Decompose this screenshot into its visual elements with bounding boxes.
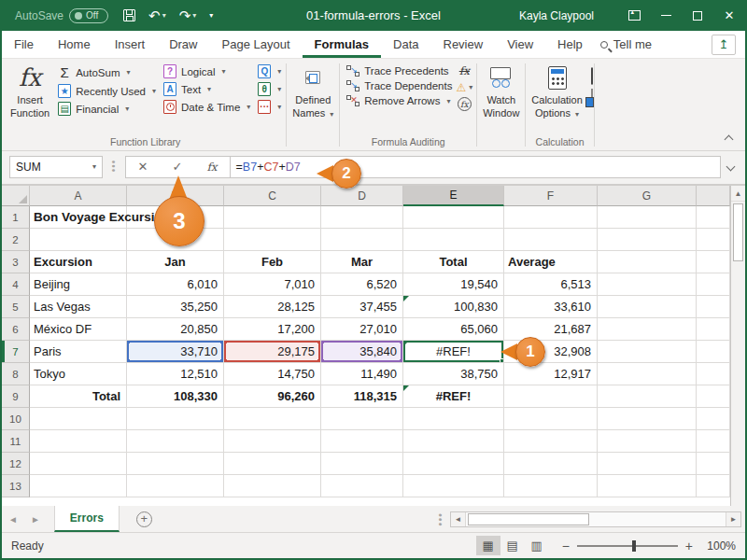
cell-partial-3[interactable] — [697, 251, 730, 273]
zoom-slider[interactable] — [577, 545, 678, 547]
cell-partial-1[interactable] — [697, 206, 730, 229]
page-layout-view-button[interactable]: ▤ — [500, 536, 525, 555]
name-box[interactable]: SUM ▾ — [9, 156, 103, 178]
defined-names-button[interactable]: DefinedNames ▾ — [288, 60, 338, 120]
cell-D10[interactable] — [321, 408, 403, 430]
row-header-12[interactable]: 12 — [2, 453, 30, 475]
logical-button[interactable]: ?Logical▾ — [163, 64, 250, 78]
minimize-button[interactable] — [650, 0, 682, 31]
horizontal-scrollbar[interactable]: ◄ ► — [450, 511, 741, 527]
zoom-in-button[interactable]: + — [685, 539, 693, 553]
cell-D8[interactable]: 11,490 — [321, 363, 403, 385]
date-time-button[interactable]: Date & Time▾ — [163, 100, 250, 114]
cell-B13[interactable] — [127, 475, 224, 497]
cell-F3[interactable]: Average — [504, 251, 598, 273]
cell-D3[interactable]: Mar — [321, 251, 403, 273]
cell-C11[interactable] — [224, 430, 321, 453]
cell-G12[interactable] — [598, 453, 697, 475]
cell-D6[interactable]: 27,010 — [321, 318, 403, 341]
cell-B4[interactable]: 6,010 — [127, 273, 224, 296]
cell-A3[interactable]: Excursion — [30, 251, 127, 273]
cell-D2[interactable] — [321, 229, 403, 251]
row-header-5[interactable]: 5 — [2, 296, 30, 318]
remove-arrows-button[interactable]: ✕Remove Arrows▾ — [346, 95, 452, 106]
cell-E2[interactable] — [403, 229, 504, 251]
cell-G10[interactable] — [598, 408, 697, 430]
cell-F9[interactable] — [504, 385, 598, 408]
cell-D5[interactable]: 37,455 — [321, 296, 403, 318]
cell-A10[interactable] — [30, 408, 127, 430]
cell-E7[interactable]: #REF! — [403, 341, 504, 363]
autosum-button[interactable]: ΣAutoSum▾ — [58, 64, 156, 80]
new-sheet-button[interactable]: + — [136, 511, 152, 527]
normal-view-button[interactable]: ▦ — [476, 536, 500, 555]
tab-help[interactable]: Help — [545, 31, 595, 58]
cell-C6[interactable]: 17,200 — [224, 318, 321, 341]
cell-partial-2[interactable] — [697, 229, 730, 251]
cell-A9[interactable]: Total — [30, 385, 127, 408]
row-header-13[interactable]: 13 — [2, 475, 30, 497]
row-header-6[interactable]: 6 — [2, 318, 30, 341]
tab-home[interactable]: Home — [46, 31, 103, 58]
share-button[interactable]: ↥ — [712, 35, 736, 55]
cell-partial-10[interactable] — [697, 408, 730, 430]
tab-page-layout[interactable]: Page Layout — [210, 31, 303, 58]
cell-A1[interactable]: Bon Voyage Excursions — [30, 206, 127, 229]
row-header-4[interactable]: 4 — [2, 273, 30, 296]
zoom-slider-thumb[interactable] — [632, 540, 636, 552]
name-box-dropdown-icon[interactable]: ▾ — [92, 162, 96, 171]
tab-draw[interactable]: Draw — [157, 31, 209, 58]
cell-B12[interactable] — [127, 453, 224, 475]
recently-used-button[interactable]: ★Recently Used▾ — [58, 84, 156, 98]
cell-A13[interactable] — [30, 475, 127, 497]
autosave-toggle[interactable]: Off — [69, 8, 108, 23]
scroll-left-icon[interactable]: ◄ — [451, 512, 466, 526]
evaluate-formula-button[interactable]: fx — [458, 98, 472, 110]
cell-partial-9[interactable] — [697, 385, 730, 408]
cell-B7[interactable]: 33,710 — [127, 341, 224, 363]
cell-F5[interactable]: 33,610 — [504, 296, 598, 318]
cell-partial-5[interactable] — [697, 296, 730, 318]
watch-window-button[interactable]: WatchWindow — [478, 60, 524, 120]
cell-A11[interactable] — [30, 430, 127, 453]
cell-C12[interactable] — [224, 453, 321, 475]
cell-A12[interactable] — [30, 453, 127, 475]
cell-B11[interactable] — [127, 430, 224, 453]
save-button[interactable] — [123, 9, 135, 21]
cell-B9[interactable]: 108,330 — [127, 385, 224, 408]
cell-E9[interactable]: #REF! — [403, 385, 504, 408]
cell-E4[interactable]: 19,540 — [403, 273, 504, 296]
cell-E12[interactable] — [403, 453, 504, 475]
cell-G6[interactable] — [598, 318, 697, 341]
cell-G13[interactable] — [598, 475, 697, 497]
cell-F10[interactable] — [504, 408, 598, 430]
more-functions-button[interactable]: ···▾ — [258, 100, 281, 114]
cell-E11[interactable] — [403, 430, 504, 453]
column-header-A[interactable]: A — [30, 186, 127, 206]
row-header-10[interactable]: 10 — [2, 408, 30, 430]
autosave-control[interactable]: AutoSave Off — [15, 8, 108, 23]
calculate-sheet-button[interactable] — [591, 90, 593, 106]
cell-F1[interactable] — [504, 206, 598, 229]
cell-D1[interactable] — [321, 206, 403, 229]
zoom-out-button[interactable]: − — [562, 539, 570, 553]
cell-A8[interactable]: Tokyo — [30, 363, 127, 385]
column-header-D[interactable]: D — [321, 186, 403, 206]
cell-partial-8[interactable] — [697, 363, 730, 385]
cell-C1[interactable] — [224, 206, 321, 229]
cell-E3[interactable]: Total — [403, 251, 504, 273]
cell-C7[interactable]: 29,175 — [224, 341, 321, 363]
show-formulas-button[interactable]: fx — [459, 64, 470, 77]
cell-F8[interactable]: 12,917 — [504, 363, 598, 385]
horizontal-scroll-thumb[interactable] — [468, 513, 589, 525]
cell-partial-12[interactable] — [697, 453, 730, 475]
cell-D11[interactable] — [321, 430, 403, 453]
cell-G5[interactable] — [598, 296, 697, 318]
cell-G7[interactable] — [598, 341, 697, 363]
trace-precedents-button[interactable]: ↘Trace Precedents — [346, 65, 452, 77]
cell-partial-4[interactable] — [697, 273, 730, 296]
customize-qat-button[interactable]: ▾ — [209, 11, 213, 20]
cell-G3[interactable] — [598, 251, 697, 273]
column-header-G[interactable]: G — [598, 186, 697, 206]
cell-G2[interactable] — [598, 229, 697, 251]
